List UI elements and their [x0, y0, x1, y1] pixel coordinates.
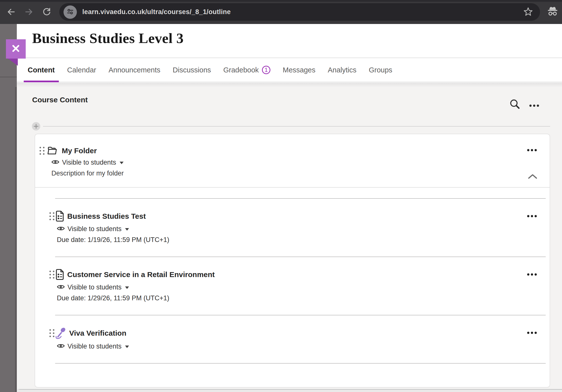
tab-analytics[interactable]: Analytics — [324, 58, 360, 82]
item-visibility-dropdown[interactable]: Visible to students — [57, 343, 550, 350]
course-tabbar: Content Calendar Announcements Discussio… — [17, 58, 562, 82]
item-visibility-label: Visible to students — [67, 225, 122, 233]
ellipsis-icon — [527, 273, 537, 276]
rail-panel-edge — [15, 87, 17, 392]
list-end-divider — [55, 363, 546, 364]
drag-handle-icon[interactable] — [40, 147, 44, 155]
tab-groups[interactable]: Groups — [365, 58, 396, 82]
microphone-icon — [55, 327, 66, 339]
item-title[interactable]: Customer Service in a Retail Environment — [67, 270, 215, 279]
folder-visibility-dropdown[interactable]: Visible to students — [51, 159, 550, 166]
url-text[interactable]: learn.vivaedu.co.uk/ultra/courses/_8_1/o… — [82, 8, 231, 16]
item-visibility-label: Visible to students — [67, 283, 122, 291]
tab-announcements[interactable]: Announcements — [105, 58, 164, 82]
tab-gradebook[interactable]: Gradebook 1 — [219, 58, 275, 82]
eye-icon — [57, 226, 65, 232]
page-title: Business Studies Level 3 — [32, 30, 184, 46]
reload-icon — [42, 14, 51, 17]
add-content-row[interactable] — [32, 122, 550, 131]
back-arrow-icon — [6, 14, 16, 17]
folder-title[interactable]: My Folder — [62, 147, 97, 155]
rail-divider — [0, 77, 17, 77]
folder-header: My Folder Visible to students Descriptio… — [35, 134, 550, 188]
item-title[interactable]: Business Studies Test — [67, 212, 146, 220]
item-more-options-button[interactable] — [526, 269, 537, 280]
folder-children: Business Studies Test Visible to student… — [35, 188, 550, 364]
tab-messages[interactable]: Messages — [279, 58, 319, 82]
document-icon — [55, 211, 64, 222]
content-page-area: Course Content — [17, 83, 562, 389]
eye-icon — [57, 343, 65, 350]
plus-icon[interactable] — [32, 122, 41, 131]
item-title[interactable]: Viva Verification — [69, 329, 126, 337]
drag-handle-icon[interactable] — [49, 212, 54, 220]
browser-reload-button[interactable] — [42, 7, 51, 17]
caret-down-icon — [120, 162, 124, 164]
folder-visibility-label: Visible to students — [62, 159, 116, 166]
item-more-options-button[interactable] — [526, 211, 537, 221]
chevron-up-icon — [528, 176, 538, 180]
item-visibility-label: Visible to students — [67, 343, 122, 350]
eye-icon — [57, 284, 65, 291]
ellipsis-icon — [527, 149, 537, 151]
item-visibility-dropdown[interactable]: Visible to students — [57, 225, 550, 233]
caret-down-icon — [125, 228, 129, 231]
address-bar[interactable]: learn.vivaedu.co.uk/ultra/courses/_8_1/o… — [59, 3, 540, 21]
add-content-line — [43, 126, 550, 127]
close-panel-button[interactable] — [6, 39, 26, 59]
item-due-date: Due date: 1/29/26, 11:59 PM (UTC+1) — [57, 294, 550, 302]
caret-down-icon — [125, 286, 129, 289]
folder-collapse-button[interactable] — [526, 172, 539, 182]
document-icon — [55, 269, 64, 280]
tab-calendar[interactable]: Calendar — [63, 58, 100, 82]
search-content-button[interactable] — [509, 99, 520, 110]
tune-icon — [66, 7, 74, 17]
tab-discussions[interactable]: Discussions — [169, 58, 215, 82]
item-due-date: Due date: 1/19/26, 11:59 PM (UTC+1) — [57, 236, 550, 244]
tab-content[interactable]: Content — [24, 58, 59, 82]
star-icon — [523, 7, 533, 18]
folder-more-options-button[interactable] — [526, 145, 537, 155]
ellipsis-icon — [527, 332, 537, 334]
content-heading: Course Content — [32, 96, 88, 104]
gradebook-count-badge: 1 — [262, 66, 270, 74]
content-item-viva-verification: Viva Verification Visible to students — [35, 315, 550, 363]
search-icon — [509, 99, 520, 110]
folder-icon — [47, 146, 57, 155]
incognito-icon — [547, 6, 559, 17]
item-visibility-dropdown[interactable]: Visible to students — [57, 283, 550, 291]
folder-card: My Folder Visible to students Descriptio… — [35, 134, 550, 388]
forward-arrow-icon — [24, 14, 34, 17]
browser-forward-button[interactable] — [24, 7, 34, 17]
base-layer-rail — [0, 24, 17, 392]
content-item-customer-service: Customer Service in a Retail Environment… — [35, 257, 550, 315]
course-page: Business Studies Level 3 Content Calenda… — [17, 24, 562, 390]
drag-handle-icon[interactable] — [49, 271, 54, 279]
bookmark-star-button[interactable] — [523, 7, 534, 18]
item-more-options-button[interactable] — [526, 327, 537, 338]
caret-down-icon — [125, 346, 129, 348]
site-settings-button[interactable] — [64, 5, 77, 19]
eye-icon — [51, 159, 59, 166]
folder-description: Description for my folder — [51, 170, 550, 177]
close-icon — [11, 44, 20, 54]
ellipsis-icon — [527, 215, 537, 217]
ellipsis-icon — [529, 105, 539, 107]
content-item-business-studies-test: Business Studies Test Visible to student… — [35, 198, 550, 257]
content-more-options-button[interactable] — [529, 100, 540, 111]
drag-handle-icon[interactable] — [49, 329, 54, 337]
browser-back-button[interactable] — [6, 7, 16, 17]
browser-toolbar: learn.vivaedu.co.uk/ultra/courses/_8_1/o… — [0, 0, 562, 24]
